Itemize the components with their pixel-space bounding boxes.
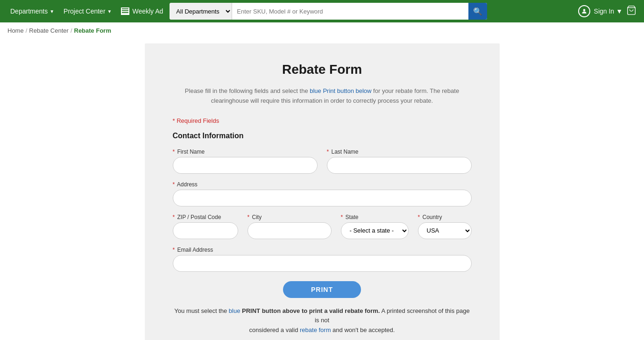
- footer-note-text-1: You must select the: [174, 307, 229, 314]
- zip-required-star: *: [173, 214, 175, 220]
- city-input[interactable]: [248, 222, 332, 239]
- subtitle-text-2: for your rebate form. The rebate: [372, 87, 460, 94]
- search-container: All Departments 🔍: [170, 3, 487, 20]
- breadcrumb: Home / Rebate Center / Rebate Form: [0, 22, 644, 39]
- footer-note-text-3: considered a valid: [249, 326, 300, 333]
- breadcrumb-sep-1: /: [26, 27, 28, 34]
- project-center-nav[interactable]: Project Center ▼: [61, 7, 114, 15]
- first-name-label-text: First Name: [177, 149, 205, 155]
- last-name-label-text: Last Name: [332, 149, 359, 155]
- weekly-ad-icon: [121, 7, 129, 15]
- form-title: Rebate Form: [173, 62, 472, 77]
- footer-note-bold: PRINT button above to print a valid reba…: [242, 307, 380, 314]
- address-row: * Address: [173, 181, 472, 206]
- state-label-text: State: [346, 214, 359, 220]
- city-required-star: *: [248, 214, 250, 220]
- sign-in-chevron-icon: ▼: [616, 7, 623, 15]
- form-subtitle: Please fill in the following fields and …: [173, 86, 472, 106]
- last-name-label: * Last Name: [327, 149, 472, 155]
- first-name-field: * First Name: [173, 149, 318, 174]
- departments-label: Departments: [10, 7, 48, 15]
- email-label: * Email Address: [173, 247, 472, 253]
- zip-field: * ZIP / Postal Code: [173, 214, 238, 239]
- zip-label-text: ZIP / Postal Code: [177, 214, 221, 220]
- project-center-label: Project Center: [64, 7, 105, 15]
- footer-note: You must select the blue PRINT button ab…: [173, 306, 472, 335]
- city-field: * City: [248, 214, 332, 239]
- footer-note-blue: blue: [229, 307, 242, 314]
- email-input[interactable]: [173, 255, 472, 272]
- sign-in-button[interactable]: Sign In ▼: [594, 7, 623, 15]
- main-header: Departments ▼ Project Center ▼ Weekly Ad…: [0, 0, 644, 22]
- address-label-text: Address: [177, 181, 198, 188]
- sign-in-label: Sign In: [594, 7, 615, 15]
- department-select[interactable]: All Departments: [170, 3, 232, 20]
- city-label-text: City: [252, 214, 262, 220]
- country-select[interactable]: USA: [418, 222, 472, 239]
- email-label-text: Email Address: [177, 247, 213, 253]
- search-icon: 🔍: [473, 7, 482, 16]
- country-label-text: Country: [423, 214, 442, 220]
- project-center-chevron-icon: ▼: [107, 9, 112, 14]
- name-row: * First Name * Last Name: [173, 149, 472, 174]
- departments-nav[interactable]: Departments ▼: [7, 7, 57, 15]
- subtitle-blue-1: blue Print button below: [310, 87, 371, 94]
- required-fields-note: * Required Fields: [173, 117, 472, 124]
- first-name-required-star: *: [173, 149, 175, 155]
- last-name-input[interactable]: [327, 157, 472, 174]
- subtitle-text-1: Please fill in the following fields and …: [185, 87, 310, 94]
- state-label: * State: [341, 214, 409, 220]
- weekly-ad-nav[interactable]: Weekly Ad: [118, 7, 166, 15]
- breadcrumb-sep-2: /: [71, 27, 72, 34]
- cart-button[interactable]: [626, 5, 637, 18]
- email-field: * Email Address: [173, 247, 472, 272]
- footer-note-blue-2: rebate form: [300, 326, 331, 333]
- state-field: * State - Select a state -: [341, 214, 409, 239]
- print-button[interactable]: PRINT: [283, 281, 361, 298]
- breadcrumb-home[interactable]: Home: [7, 27, 24, 34]
- header-right: Sign In ▼: [578, 5, 637, 18]
- zip-label: * ZIP / Postal Code: [173, 214, 238, 220]
- svg-point-0: [583, 9, 585, 11]
- email-required-star: *: [173, 247, 175, 253]
- email-row: * Email Address: [173, 247, 472, 272]
- search-button[interactable]: 🔍: [468, 3, 487, 20]
- last-name-field: * Last Name: [327, 149, 472, 174]
- address-input[interactable]: [173, 190, 472, 206]
- first-name-input[interactable]: [173, 157, 318, 174]
- main-content: Rebate Form Please fill in the following…: [0, 39, 644, 340]
- contact-info-heading: Contact Information: [173, 132, 472, 140]
- user-avatar-icon: [578, 5, 590, 17]
- state-select[interactable]: - Select a state -: [341, 222, 409, 239]
- address-field: * Address: [173, 181, 472, 206]
- city-label: * City: [248, 214, 332, 220]
- breadcrumb-current: Rebate Form: [74, 27, 111, 34]
- footer-note-text-4: and won't be accepted.: [331, 326, 395, 333]
- breadcrumb-rebate-center[interactable]: Rebate Center: [29, 27, 69, 34]
- last-name-required-star: *: [327, 149, 329, 155]
- rebate-form-container: Rebate Form Please fill in the following…: [145, 43, 500, 340]
- location-row: * ZIP / Postal Code * City * State - Sel: [173, 214, 472, 239]
- address-required-star: *: [173, 181, 175, 188]
- country-required-star: *: [418, 214, 420, 220]
- first-name-label: * First Name: [173, 149, 318, 155]
- subtitle-text-3: clearinghouse will require this informat…: [211, 97, 433, 104]
- departments-chevron-icon: ▼: [50, 9, 54, 14]
- country-label: * Country: [418, 214, 472, 220]
- weekly-ad-label: Weekly Ad: [132, 7, 163, 15]
- address-label: * Address: [173, 181, 472, 188]
- zip-input[interactable]: [173, 222, 238, 239]
- state-required-star: *: [341, 214, 343, 220]
- country-field: * Country USA: [418, 214, 472, 239]
- search-input[interactable]: [232, 3, 468, 20]
